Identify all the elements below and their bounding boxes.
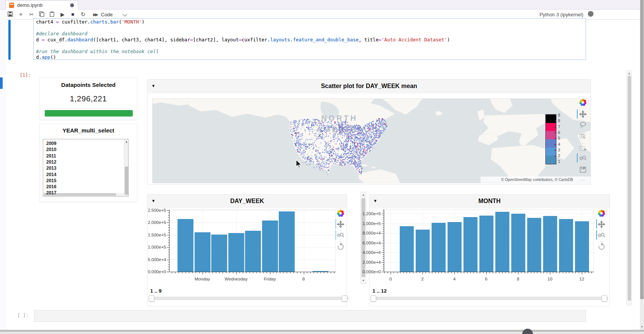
bar-1[interactable] [400, 226, 414, 272]
chevron-down-icon [123, 11, 127, 16]
x-minor-tick [585, 272, 585, 273]
run-cell-button[interactable]: ▶ [58, 11, 67, 18]
box-select-tool-icon[interactable] [579, 145, 587, 152]
slider-handle-right[interactable] [342, 295, 347, 302]
active-cell-indicator[interactable] [8, 20, 11, 60]
pan-tool-icon[interactable] [337, 221, 344, 228]
bar-3[interactable] [432, 223, 446, 272]
x-minor-tick [451, 272, 452, 273]
lasso-select-tool-icon[interactable] [579, 121, 587, 129]
code-editor[interactable]: chart4 = cuxfilter.charts.bar('MONTH')#d… [33, 18, 586, 60]
active-cell-rail-marker [0, 77, 3, 89]
map-attribution[interactable]: © OpenStreetMap contributors, © CartoDB [501, 178, 573, 182]
kernel-status-icon[interactable] [588, 11, 594, 17]
year-option-2014[interactable]: 2014 [46, 172, 57, 178]
attribution-more-button[interactable]: ··· [580, 178, 585, 182]
reset-tool-icon[interactable] [337, 243, 344, 250]
year-option-2017[interactable]: 2017 [46, 190, 57, 196]
bar-4[interactable] [448, 222, 462, 272]
restart-run-all-button[interactable]: ▶▶ [90, 11, 101, 18]
year-listbox[interactable]: ▲ 200920102011201220132014201520162017 [43, 139, 129, 197]
bar-1[interactable] [177, 219, 193, 272]
year-option-2010[interactable]: 2010 [46, 147, 57, 153]
cell-type-select[interactable]: Code [101, 10, 130, 19]
x-minor-tick [300, 272, 301, 273]
year-option-2015[interactable]: 2015 [46, 178, 57, 184]
x-minor-tick [236, 272, 237, 273]
month-range-slider[interactable] [372, 297, 608, 300]
bar-7[interactable] [495, 212, 509, 272]
active-tool-indicator [596, 219, 597, 228]
pan-tool-icon[interactable] [579, 110, 587, 118]
slider-handle-left[interactable] [149, 295, 154, 302]
scroll-thumb[interactable] [628, 76, 631, 301]
tab-demo-ipynb[interactable]: demo.ipynb [5, 0, 78, 9]
unsaved-dot-icon[interactable] [70, 3, 74, 7]
bar-4[interactable] [228, 233, 244, 272]
restart-kernel-button[interactable]: ↻ [79, 11, 87, 18]
toolbar-separator [338, 230, 343, 230]
day-week-range-slider[interactable] [150, 297, 349, 300]
box-zoom-tool-icon[interactable] [579, 132, 587, 140]
bokeh-logo-icon [598, 210, 605, 217]
day-week-panel-title: DAY_WEEK [148, 198, 347, 205]
scroll-up-icon[interactable]: ▲ [640, 325, 644, 328]
bar-2[interactable] [195, 232, 210, 272]
empty-code-cell[interactable] [34, 310, 586, 322]
bar-6[interactable] [262, 221, 278, 272]
reset-tool-icon[interactable] [598, 243, 605, 250]
year-list-vertical-scrollbar[interactable]: ▲ [124, 139, 128, 196]
datapoints-progress-bar [45, 110, 133, 117]
paste-cells-button[interactable] [48, 11, 56, 18]
scatter-points-layer [152, 99, 591, 183]
wheel-zoom-tool-icon[interactable] [579, 154, 587, 162]
kernel-name[interactable]: Python 3 (ipykernel) [539, 12, 583, 17]
year-option-2012[interactable]: 2012 [46, 159, 57, 165]
code-token: 'Auto Accident Dataset' [382, 37, 447, 43]
stop-kernel-button[interactable]: ■ [69, 11, 77, 18]
x-minor-tick [454, 272, 455, 273]
bar-9[interactable] [527, 218, 541, 272]
scroll-up-icon[interactable]: ▲ [361, 193, 366, 197]
x-minor-tick [489, 272, 490, 273]
bar-7[interactable] [279, 211, 295, 272]
wheel-zoom-tool-icon[interactable] [337, 232, 344, 239]
year-option-2011[interactable]: 2011 [46, 153, 56, 159]
scroll-thumb[interactable] [361, 198, 365, 277]
year-option-2016[interactable]: 2016 [46, 184, 57, 190]
add-cell-button[interactable]: + [17, 11, 25, 18]
copy-cells-button[interactable] [38, 11, 46, 18]
tab-bar [0, 0, 644, 9]
wheel-zoom-tool-icon[interactable] [598, 232, 605, 239]
y-tick-label: 6.000e+4 [359, 241, 381, 245]
x-minor-tick [267, 272, 267, 273]
year-option-2013[interactable]: 2013 [46, 165, 57, 171]
scroll-up-icon[interactable]: ▲ [125, 140, 128, 143]
colorbar-tick-label: 8 [558, 118, 565, 123]
bar-3[interactable] [211, 235, 227, 272]
save-tool-icon[interactable] [579, 166, 587, 173]
bar-2[interactable] [416, 230, 430, 272]
save-button[interactable] [6, 11, 14, 18]
browser-scrollbar-thumb[interactable] [640, 0, 644, 299]
pan-tool-icon[interactable] [598, 221, 605, 228]
year-option-2009[interactable]: 2009 [46, 141, 57, 147]
bar-12[interactable] [575, 221, 589, 272]
output-scrollbar[interactable]: ▲ [627, 70, 632, 306]
slider-handle-right[interactable] [602, 295, 607, 302]
scroll-down-icon[interactable]: ▼ [361, 279, 366, 282]
scroll-thumb[interactable] [125, 167, 128, 195]
bar-5[interactable] [463, 217, 478, 272]
x-tick-label: 2 [407, 277, 438, 281]
us-accidents-map[interactable]: NORTH AMERICA © OpenStreetMap contributo… [152, 98, 591, 183]
slider-handle-left[interactable] [371, 295, 376, 302]
bar-10[interactable] [543, 216, 557, 272]
bar-6[interactable] [479, 216, 493, 272]
scatter-plot-panel: ▼ Scatter plot for DAY_WEEK mean NORTH A… [147, 79, 591, 185]
cut-cells-button[interactable]: ✂ [27, 11, 36, 18]
bar-11[interactable] [559, 219, 573, 272]
bar-5[interactable] [245, 231, 261, 272]
x-minor-tick [324, 272, 324, 273]
scroll-up-icon[interactable]: ▲ [627, 72, 631, 75]
bar-8[interactable] [511, 214, 525, 272]
